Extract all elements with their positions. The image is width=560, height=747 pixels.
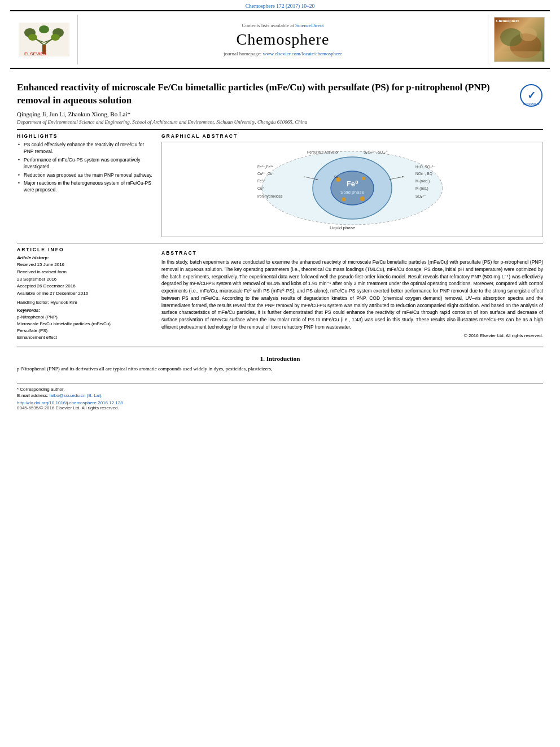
divider-3 xyxy=(17,347,543,347)
svg-text:Cu²⁺, Cu⁺: Cu²⁺, Cu⁺ xyxy=(257,172,274,176)
graphical-abstract-svg: Fe⁰ Solid phase Fe²⁺,Fe³⁺ Cu²⁺, Cu⁺ Fe²⁺… xyxy=(251,146,454,233)
highlights-list: PS could effectively enhance the reactiv… xyxy=(17,142,152,194)
abstract-heading: ABSTRACT xyxy=(161,250,543,256)
handling-editor: Handling Editor: Hyunook Kim xyxy=(17,300,152,305)
svg-text:Persulfate Activator: Persulfate Activator xyxy=(307,150,339,154)
doi-link[interactable]: http://dx.doi.org/10.1016/j.chemosphere.… xyxy=(17,400,123,405)
svg-text:✓: ✓ xyxy=(527,90,536,101)
svg-text:Fe⁰: Fe⁰ xyxy=(347,180,358,188)
svg-text:CrossMark: CrossMark xyxy=(523,102,540,106)
sciencedirect-link[interactable]: ScienceDirect xyxy=(295,23,323,28)
highlight-item-2: Performance of mFe/Cu-PS system was comp… xyxy=(17,157,152,171)
divider-2 xyxy=(17,243,543,243)
doi-line: http://dx.doi.org/10.1016/j.chemosphere.… xyxy=(17,399,543,405)
svg-point-42 xyxy=(362,177,365,180)
svg-text:Liquid phase: Liquid phase xyxy=(330,225,356,230)
svg-text:ELSEVIER: ELSEVIER xyxy=(24,51,47,56)
elsevier-logo-area: ELSEVIER xyxy=(10,15,78,64)
svg-text:M (oxid.): M (oxid.) xyxy=(415,179,430,184)
revised-label: Received in revised form xyxy=(17,269,152,276)
svg-text:Cu⁰: Cu⁰ xyxy=(257,186,264,190)
svg-text:Solid phase: Solid phase xyxy=(340,190,364,195)
keyword-3: Persulfate (PS) xyxy=(17,327,152,334)
highlights-column: HIGHLIGHTS PS could effectively enhance … xyxy=(17,133,152,237)
svg-text:NO₂⁻, BQ: NO₂⁻, BQ xyxy=(415,172,432,176)
intro-text: p-Nitrophenol (PNP) and its derivatives … xyxy=(17,365,543,373)
received-date: Received 15 June 2016 xyxy=(17,261,152,269)
page: Chemosphere 172 (2017) 10–20 xyxy=(0,0,560,747)
svg-point-10 xyxy=(39,25,49,33)
article-info-heading: ARTICLE INFO xyxy=(17,247,152,252)
highlight-item-4: Major reactions in the heterogeneous sys… xyxy=(17,180,152,194)
article-title-section: Enhanced reactivity of microscale Fe/Cu … xyxy=(17,81,543,107)
authors: Qingqing Ji, Jun Li, Zhaokun Xiong, Bo L… xyxy=(17,111,543,117)
abstract-column: ABSTRACT In this study, batch experiment… xyxy=(161,250,543,341)
highlights-abstract-section: HIGHLIGHTS PS could effectively enhance … xyxy=(17,133,543,237)
svg-rect-16 xyxy=(497,51,542,62)
abstract-text: In this study, batch experiments were co… xyxy=(161,259,543,331)
journal-name: Chemosphere xyxy=(237,30,330,49)
article-dates: Received 15 June 2016 Received in revise… xyxy=(17,261,152,298)
introduction-section: 1. Introduction p-Nitrophenol (PNP) and … xyxy=(17,355,543,373)
journal-header: ELSEVIER Contents lists available at Sci… xyxy=(10,10,550,69)
affiliation: Department of Environmental Science and … xyxy=(17,119,543,125)
homepage-url[interactable]: www.elsevier.com/locate/chemosphere xyxy=(263,51,342,56)
corresponding-note: * Corresponding author. xyxy=(17,387,543,392)
graphical-abstract-box: Fe⁰ Solid phase Fe²⁺,Fe³⁺ Cu²⁺, Cu⁺ Fe²⁺… xyxy=(161,142,543,237)
elsevier-logo-icon: ELSEVIER xyxy=(19,23,69,56)
svg-point-9 xyxy=(51,34,60,41)
history-label: Article history: xyxy=(17,255,152,260)
citation-bar: Chemosphere 172 (2017) 10–20 xyxy=(0,0,560,10)
svg-point-43 xyxy=(342,198,346,202)
journal-cover-area: Chemosphere xyxy=(488,15,550,64)
keyword-1: p-Nitrophenol (PNP) xyxy=(17,314,152,321)
info-abstract-section: ARTICLE INFO Article history: Received 1… xyxy=(17,247,543,341)
graphical-abstract-column: GRAPHICAL ABSTRACT Fe⁰ Solid phase xyxy=(161,133,543,237)
citation-text: Chemosphere 172 (2017) 10–20 xyxy=(246,3,315,9)
svg-point-14 xyxy=(500,28,523,46)
email-label: E-mail address: xyxy=(17,393,49,398)
svg-point-15 xyxy=(520,28,537,41)
revised-date: 23 September 2016 xyxy=(17,276,152,283)
divider-1 xyxy=(17,129,543,130)
journal-info-center: Contents lists available at ScienceDirec… xyxy=(78,15,488,64)
journal-homepage-line: journal homepage: www.elsevier.com/locat… xyxy=(224,51,342,56)
highlight-item-1: PS could effectively enhance the reactiv… xyxy=(17,142,152,155)
copyright-line: © 2016 Elsevier Ltd. All rights reserved… xyxy=(161,333,543,338)
svg-text:S₂O₈²⁻, SO₄·⁻: S₂O₈²⁻, SO₄·⁻ xyxy=(364,150,388,154)
svg-text:Fe²⁺,Fe³⁺: Fe²⁺,Fe³⁺ xyxy=(257,165,274,169)
graphical-abstract-heading: GRAPHICAL ABSTRACT xyxy=(161,133,543,139)
crossmark-badge[interactable]: ✓ CrossMark xyxy=(519,84,543,107)
keywords-list: p-Nitrophenol (PNP) Microscale Fe/Cu bim… xyxy=(17,314,152,341)
svg-text:Cu: Cu xyxy=(334,175,338,178)
main-content: Enhanced reactivity of microscale Fe/Cu … xyxy=(0,69,560,416)
email-value[interactable]: laibo@scu.edu.cn (B. Lai). xyxy=(50,393,103,398)
svg-point-44 xyxy=(360,196,365,201)
svg-text:SO₄²⁻: SO₄²⁻ xyxy=(415,194,426,198)
keyword-4: Enhancement effect xyxy=(17,334,152,341)
email-line: E-mail address: laibo@scu.edu.cn (B. Lai… xyxy=(17,393,543,398)
keywords-label: Keywords: xyxy=(17,308,152,313)
svg-point-8 xyxy=(28,34,37,41)
highlights-heading: HIGHLIGHTS xyxy=(17,133,152,139)
intro-heading: 1. Introduction xyxy=(17,355,543,362)
svg-text:Iron hydroxides: Iron hydroxides xyxy=(257,194,283,199)
crossmark-icon: ✓ CrossMark xyxy=(519,84,543,107)
available-date: Available online 27 December 2016 xyxy=(17,290,152,298)
journal-cover-image: Chemosphere xyxy=(494,17,545,62)
issn-line: 0045-6535/© 2016 Elsevier Ltd. All right… xyxy=(17,405,543,410)
svg-text:Fe²⁺: Fe²⁺ xyxy=(257,179,265,183)
highlight-item-3: Reduction was proposed as the main PNP r… xyxy=(17,172,152,179)
article-info-column: ARTICLE INFO Article history: Received 1… xyxy=(17,247,152,341)
keyword-2: Microscale Fe/Cu bimetallic particles (m… xyxy=(17,321,152,327)
accepted-date: Accepted 26 December 2016 xyxy=(17,283,152,290)
contents-available-line: Contents lists available at ScienceDirec… xyxy=(242,23,324,28)
article-title: Enhanced reactivity of microscale Fe/Cu … xyxy=(17,81,514,107)
footer-section: * Corresponding author. E-mail address: … xyxy=(17,383,543,410)
svg-text:M (red.): M (red.) xyxy=(415,186,428,191)
svg-text:H₂O, SO₄²⁻: H₂O, SO₄²⁻ xyxy=(415,165,435,169)
